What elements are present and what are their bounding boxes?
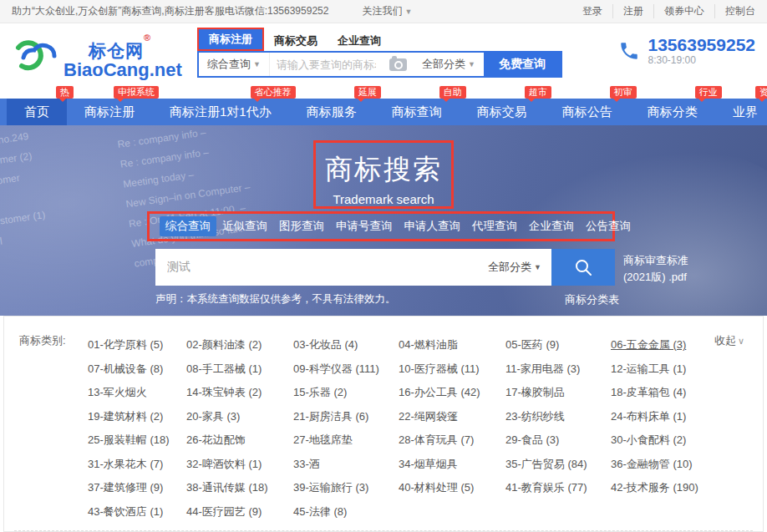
page-title: 商标搜索 bbox=[316, 151, 451, 189]
header-search-tab[interactable]: 企业查询 bbox=[328, 31, 391, 51]
category-item[interactable]: 38-通讯传媒 (18) bbox=[186, 476, 293, 500]
camera-search-button[interactable] bbox=[383, 53, 414, 76]
topbar-link[interactable]: 注册 bbox=[613, 4, 654, 18]
search-mode-tab[interactable]: 企业查询 bbox=[523, 216, 580, 236]
category-item[interactable]: 09-科学仪器 (111) bbox=[293, 357, 399, 382]
category-item[interactable]: 29-食品 (3) bbox=[505, 428, 611, 453]
category-item[interactable]: 36-金融物管 (10) bbox=[611, 453, 721, 477]
nav-item[interactable]: 省心推荐 商标注册1对1代办 bbox=[152, 99, 289, 125]
category-item[interactable]: 15-乐器 (2) bbox=[293, 381, 399, 405]
category-item[interactable]: 10-医疗器械 (11) bbox=[399, 357, 505, 382]
class-filter-select[interactable]: 全部分类▼ bbox=[414, 53, 484, 76]
category-item[interactable]: 42-技术服务 (190) bbox=[611, 476, 721, 500]
top-bar: 助力“大众创业,万众创新”商标查询,商标注册客服电话微信:13563959252… bbox=[0, 0, 767, 23]
search-mode-tabs: 综合查询 近似查询 图形查询 申请号查询 申请人查询 代理查询 企业查询 公告查… bbox=[147, 211, 615, 241]
category-item[interactable]: 25-服装鞋帽 (18) bbox=[88, 428, 186, 453]
trademark-search-input[interactable] bbox=[155, 261, 478, 274]
category-item[interactable]: 11-家用电器 (3) bbox=[505, 357, 611, 382]
nav-item[interactable]: 行业 商标分类 bbox=[630, 99, 715, 125]
nav-badge: 热 bbox=[56, 86, 74, 99]
category-item[interactable]: 27-地毯席垫 bbox=[293, 428, 399, 453]
follow-us-dropdown[interactable]: 关注我们▼ bbox=[362, 4, 412, 18]
category-item[interactable]: 23-纺织纱线 bbox=[505, 405, 611, 429]
category-item[interactable]: 24-布料床单 (1) bbox=[611, 405, 721, 429]
category-item[interactable]: 32-啤酒饮料 (1) bbox=[186, 453, 293, 477]
examination-standard-pdf-link[interactable]: 商标审查标准 (2021版) .pdf bbox=[623, 252, 688, 286]
header-search: 商标注册 商标交易 企业查询 综合查询▼ 全部分类▼ 免费查询 bbox=[197, 31, 562, 78]
collapse-button[interactable]: 收起∨ bbox=[714, 333, 744, 348]
category-item[interactable]: 30-小食配料 (2) bbox=[611, 428, 721, 453]
category-item[interactable]: 39-运输旅行 (3) bbox=[293, 476, 399, 500]
category-item[interactable]: 35-广告贸易 (84) bbox=[505, 453, 611, 477]
topbar-links: 登录 注册 领券中心 控制台 bbox=[572, 4, 755, 18]
category-item[interactable]: 37-建筑修理 (9) bbox=[88, 476, 186, 500]
search-mode-tab[interactable]: 代理查询 bbox=[466, 216, 523, 236]
chevron-down-icon: ▼ bbox=[253, 60, 261, 68]
nav-item[interactable]: 延展 商标服务 bbox=[289, 99, 374, 125]
free-search-button[interactable]: 免费查询 bbox=[484, 53, 561, 76]
category-item[interactable]: 01-化学原料 (5) bbox=[88, 333, 186, 357]
nav-item[interactable]: 申报系统 商标注册 bbox=[67, 99, 152, 125]
category-item[interactable]: 20-家具 (3) bbox=[186, 405, 293, 429]
header-search-input[interactable] bbox=[270, 53, 383, 76]
search-mode-tab[interactable]: 综合查询 bbox=[160, 216, 216, 236]
category-item[interactable]: 12-运输工具 (1) bbox=[611, 357, 721, 382]
header-search-tabs: 商标注册 商标交易 企业查询 bbox=[197, 31, 562, 51]
category-item[interactable]: 22-绳网袋篷 bbox=[399, 405, 505, 429]
category-item[interactable]: 13-军火烟火 bbox=[88, 381, 186, 405]
category-item[interactable]: 05-医药 (9) bbox=[505, 333, 611, 357]
header-search-tab[interactable]: 商标注册 bbox=[197, 28, 264, 51]
category-item[interactable]: 02-颜料油漆 (2) bbox=[186, 333, 293, 357]
category-item[interactable]: 18-皮革箱包 (4) bbox=[611, 381, 721, 405]
chevron-down-icon: ▼ bbox=[468, 60, 475, 68]
search-mode-tab[interactable]: 公告查询 bbox=[580, 216, 637, 236]
search-mode-tab[interactable]: 申请人查询 bbox=[399, 216, 467, 236]
nav-badge: 延展 bbox=[354, 86, 381, 99]
nav-item[interactable]: 超市 商标交易 bbox=[460, 99, 545, 125]
topbar-link[interactable]: 控制台 bbox=[715, 4, 755, 18]
category-item[interactable]: 08-手工器械 (1) bbox=[186, 357, 293, 382]
category-item[interactable]: 41-教育娱乐 (77) bbox=[505, 476, 611, 500]
category-label: 商标类别: bbox=[19, 333, 66, 348]
category-item[interactable]: 19-建筑材料 (2) bbox=[88, 405, 186, 429]
category-item[interactable]: 45-法律 (8) bbox=[293, 500, 399, 524]
category-item[interactable]: 34-烟草烟具 bbox=[399, 453, 505, 477]
topbar-link[interactable]: 登录 bbox=[572, 4, 613, 18]
nav-item[interactable]: 自助 商标查询 bbox=[374, 99, 460, 125]
cloud-logo-icon bbox=[10, 38, 62, 74]
category-item[interactable]: 44-医疗园艺 (9) bbox=[186, 500, 293, 524]
category-item[interactable]: 16-办公工具 (42) bbox=[399, 381, 505, 405]
topbar-link[interactable]: 领券中心 bbox=[654, 4, 715, 18]
logo[interactable]: 标仓网 ® BiaoCang.net bbox=[10, 33, 190, 89]
category-item[interactable]: 07-机械设备 (8) bbox=[88, 357, 186, 382]
nav-item[interactable]: 资讯 业界 bbox=[715, 99, 767, 125]
category-item[interactable]: 03-化妆品 (4) bbox=[293, 333, 399, 357]
nav-item[interactable]: 热 首页 bbox=[7, 99, 67, 125]
header-search-tab[interactable]: 商标交易 bbox=[264, 31, 328, 51]
phone-icon bbox=[618, 40, 640, 62]
category-item[interactable]: 33-酒 bbox=[293, 453, 399, 477]
hero-banner: mer no.249 ustomer (2) ustomer us custom… bbox=[0, 125, 767, 316]
category-item[interactable]: 28-体育玩具 (7) bbox=[399, 428, 505, 453]
category-item[interactable]: 17-橡胶制品 bbox=[505, 381, 611, 405]
category-item[interactable]: 43-餐饮酒店 (1) bbox=[88, 500, 186, 524]
search-type-select[interactable]: 综合查询▼ bbox=[199, 53, 270, 76]
service-phone: 13563959252 8:30-19:00 bbox=[618, 36, 755, 66]
category-item[interactable]: 21-厨房洁具 (6) bbox=[293, 405, 399, 429]
search-mode-tab[interactable]: 近似查询 bbox=[216, 216, 273, 236]
category-item[interactable]: 26-花边配饰 bbox=[186, 428, 293, 453]
category-item[interactable]: 40-材料处理 (5) bbox=[399, 476, 505, 500]
hero-class-select[interactable]: 全部分类▼ bbox=[478, 260, 551, 275]
slogan-text: 助力“大众创业,万众创新”商标查询,商标注册客服电话微信:13563959252 bbox=[12, 4, 328, 18]
camera-icon bbox=[389, 58, 407, 71]
nav-item[interactable]: 初审 商标公告 bbox=[545, 99, 630, 125]
classification-table-link[interactable]: 商标分类表 bbox=[565, 292, 619, 307]
category-item[interactable]: 06-五金金属 (3) bbox=[611, 333, 721, 357]
category-item[interactable]: 04-燃料油脂 bbox=[399, 333, 505, 357]
category-item[interactable]: 14-珠宝钟表 (2) bbox=[186, 381, 293, 405]
category-item[interactable]: 31-水果花木 (7) bbox=[88, 453, 186, 477]
nav-badge: 申报系统 bbox=[114, 86, 159, 99]
search-mode-tab[interactable]: 图形查询 bbox=[273, 216, 330, 236]
search-submit-button[interactable] bbox=[551, 249, 615, 286]
search-mode-tab[interactable]: 申请号查询 bbox=[330, 216, 399, 236]
